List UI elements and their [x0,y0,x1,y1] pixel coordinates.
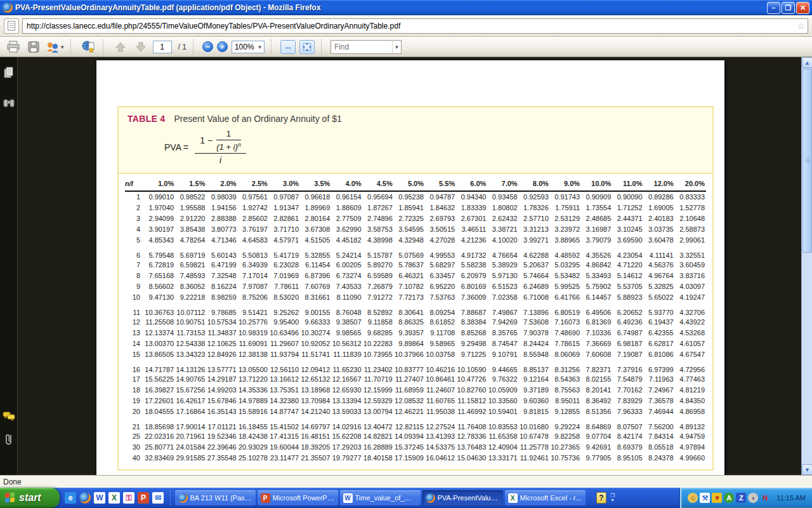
pva-factor-cell: 9.29498 [456,338,487,349]
pva-factor-cell: 3.90197 [144,224,175,234]
help-icon[interactable]: ? [596,492,606,504]
fit-page-button[interactable] [299,40,315,54]
bookmark-star-icon[interactable]: ☆ [797,21,805,31]
pva-factor-cell: 1.97040 [144,202,175,213]
save-button[interactable] [25,39,42,55]
taskbar-button[interactable]: XMicrosoft Excel - r... [505,490,586,505]
agent-face-icon[interactable]: ☺ [688,493,698,503]
pva-factor-cell: 8.53020 [269,291,300,302]
column-header: 4.5% [363,178,394,191]
scroll-up-button[interactable]: ▲ [802,57,812,68]
pva-factor-cell: 17.15909 [394,452,425,463]
table-row: 87.651687.485937.325487.170147.019696.87… [125,270,706,281]
attachments-panel-button[interactable] [3,433,15,446]
taskbar-button[interactable]: PMicrosoft PowerPo... [258,490,338,505]
pva-factor-cell: 8.20141 [581,384,612,395]
pva-factor-cell: 10.63496 [269,327,300,338]
novell-icon[interactable]: N [760,493,770,503]
pva-factor-cell: 7.11963 [644,373,675,384]
next-page-button[interactable] [133,39,149,55]
minimize-button[interactable]: – [767,2,780,14]
site-identity-button[interactable] [4,18,19,34]
pva-factor-cell: 0.94787 [425,191,456,202]
previous-page-button[interactable] [112,39,129,55]
zoom-level-select[interactable]: 100% ▾ [232,41,265,53]
pva-factor-cell: 2.69793 [425,213,456,224]
start-button[interactable]: start [0,488,60,508]
search-panel-button[interactable] [3,97,15,109]
pva-factor-cell: 4.71346 [206,234,237,245]
page-number-input[interactable] [153,41,172,53]
print-button[interactable] [5,39,22,55]
pva-factor-cell: 11.60765 [425,395,456,406]
close-button[interactable]: ✕ [796,2,809,14]
speaker-icon[interactable]: ◖ [748,493,758,503]
pva-factor-cell: 11.46992 [456,406,487,417]
taskbar-button[interactable]: PVA-PresentValue... [422,490,503,505]
url-input[interactable] [22,18,808,34]
pva-factor-cell: 8.54363 [550,373,581,384]
collaborate-icon [46,41,60,53]
taskbar-button[interactable]: BA 213 W11 (Pasc... [175,490,256,505]
binoculars-icon [3,98,15,107]
column-header-n: n/I [125,178,144,191]
share-button[interactable] [80,39,96,55]
toolbar-separator [103,39,106,55]
pva-factor-cell: 5.74664 [519,270,550,281]
help-area: ? ❐▾ [596,492,615,504]
pva-factor-cell: 4.64583 [238,234,269,245]
table-row: 54.853434.782644.713464.645834.579714.51… [125,234,706,245]
row-period: 17 [125,373,144,384]
find-input[interactable] [331,43,392,51]
pva-factor-cell: 7.53763 [425,291,456,302]
pva-factor-cell: 1.78326 [519,202,550,213]
collaborate-button[interactable]: ▾ [46,39,64,55]
pva-factor-cell: 4.32948 [394,234,425,245]
excel-icon[interactable]: X [108,492,120,504]
powerpoint-icon[interactable]: P [138,492,149,504]
firefox-icon[interactable] [79,492,91,504]
pva-factor-cell: 9.66333 [300,316,331,327]
outlook-icon[interactable]: ✉ [152,492,164,504]
row-period: 20 [125,406,144,417]
ie-icon[interactable]: e [65,492,76,504]
pva-factor-cell: 20.71961 [175,431,206,441]
pva-factor-cell: 11.23402 [363,359,394,373]
pdf-navigation-pane [0,57,18,475]
z-app-icon[interactable]: Z [736,493,746,503]
pva-factor-cell: 6.34939 [238,259,269,270]
zoom-out-button[interactable]: − [202,41,213,52]
pva-factor-cell: 3.16987 [581,224,612,234]
wrench-icon[interactable]: ⚒ [700,493,710,503]
restore-button[interactable]: ❐ [782,2,795,14]
taskbar-button[interactable]: WTime_value_of_mo... [340,490,421,505]
pva-factor-cell: 2.48685 [581,213,612,224]
comments-panel-button[interactable] [3,410,15,423]
pva-factor-cell: 25.10278 [238,452,269,463]
pva-factor-cell: 12.65930 [331,384,362,395]
scrollbar-thumb[interactable] [802,69,812,253]
pages-panel-button[interactable] [3,66,15,79]
pva-factor-cell: 18.85698 [144,417,175,431]
pva-factor-cell: 7.10782 [394,281,425,291]
pva-factor-cell: 4.19247 [675,291,706,302]
pva-factor-cell: 12.09412 [300,359,331,373]
pva-factor-cell: 5.07569 [394,245,425,259]
pva-factor-cell: 7.02358 [487,291,518,302]
green-a-icon[interactable]: A [724,493,734,503]
pva-factor-cell: 4.99553 [425,245,456,259]
pva-factor-cell: 7.48593 [175,270,206,281]
word-icon[interactable]: W [94,492,105,504]
vertical-scrollbar[interactable]: ▲ ▼ [801,57,812,475]
chevron-down-icon[interactable]: ▾ [392,41,401,53]
antivirus-shield-icon[interactable]: ▼ [712,493,722,503]
pdf-page: TABLE 4 Present Value of an Ordinary Ann… [96,60,724,475]
zoom-in-button[interactable]: + [217,41,228,52]
scroll-down-button[interactable]: ▼ [802,464,812,475]
fit-width-button[interactable]: ↔ [280,40,296,54]
pva-factor-cell: 9.07704 [581,431,612,441]
pva-factor-cell: 18.39205 [300,441,331,452]
pva-factor-cell: 7.37916 [612,359,643,373]
access-icon[interactable]: ⚿ [123,492,134,504]
show-hidden-icons-button[interactable]: ❐▾ [610,493,615,502]
